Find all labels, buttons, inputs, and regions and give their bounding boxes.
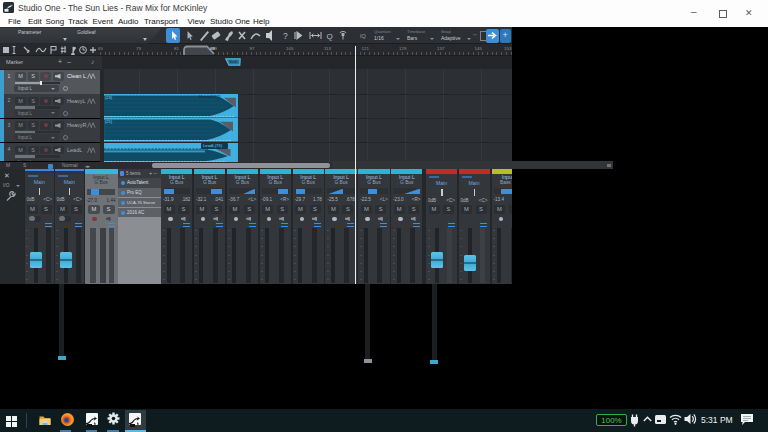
svg-text:?: ? [283,31,288,41]
svg-text:Q: Q [327,32,333,41]
